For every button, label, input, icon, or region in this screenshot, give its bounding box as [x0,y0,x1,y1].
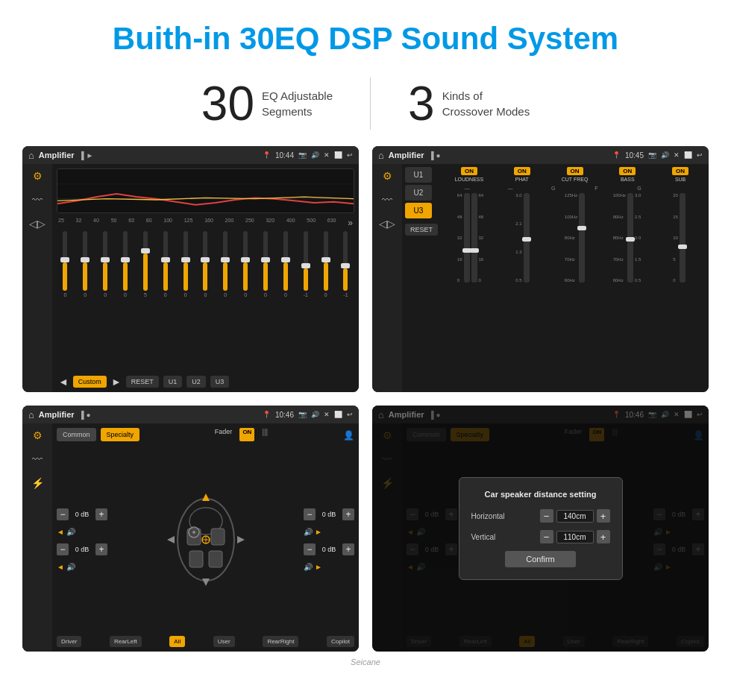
eq-slider-13: -1 [297,231,314,297]
channel-phat: ON PHAT [497,167,548,183]
distance-dialog: Car speaker distance setting Horizontal … [459,477,623,580]
app-title-2: Amplifier [389,151,424,160]
db-minus-fl[interactable]: − [57,508,69,520]
sidebar-eq-icon-2[interactable]: ⚙ [383,170,392,182]
stat-eq-label: EQ Adjustable Segments [262,88,333,119]
user-btn[interactable]: User [213,636,235,647]
u3-preset-btn[interactable]: U3 [405,203,432,218]
stats-row: 30 EQ Adjustable Segments 3 Kinds of Cro… [0,70,731,146]
volume-icon-3: 🔊 [311,411,319,418]
db-plus-fr[interactable]: + [342,508,354,520]
vertical-plus-btn[interactable]: + [597,530,610,543]
db-minus-fr[interactable]: − [304,508,316,520]
db-plus-rl[interactable]: + [95,543,107,555]
close-icon-2: ✕ [674,151,680,159]
db-minus-rl[interactable]: − [57,543,69,555]
svg-marker-12 [202,494,210,501]
loudness-slider: 644832160 644832160 [445,193,495,283]
eq-freq-labels: 25 32 40 50 63 80 100 125 160 200 250 32… [57,218,354,228]
home-icon-3[interactable] [28,409,34,420]
prev-btn[interactable]: ◄ [58,376,69,388]
horizontal-value: 140cm [556,510,594,523]
camera-icon-2: 📷 [648,151,656,159]
eq-bottom-bar: ◄ Custom ► RESET U1 U2 U3 [57,376,354,388]
camera-icon-3: 📷 [298,411,307,418]
eq-slider-12: 0 [277,231,294,297]
vertical-value: 110cm [556,531,594,543]
sidebar-eq-icon-3[interactable]: ⚙ [33,429,43,441]
status-bar-1: Amplifier ▐ ► 📍 10:44 📷 🔊 ✕ ⬜ ↩ [22,146,359,164]
time-1: 10:44 [275,151,294,160]
u3-btn-1[interactable]: U3 [210,376,230,388]
screen-dialog: Amplifier ▐ ● 📍 10:46 📷 🔊 ✕ ⬜ ↩ ⚙ 〰 ⚡ [372,406,709,652]
sidebar-wave-icon-3[interactable]: 〰 [32,453,43,465]
stat-eq: 30 EQ Adjustable Segments [164,80,370,127]
sidebar-wave-icon[interactable]: 〰 [32,194,43,206]
eq-slider-1: 0 [57,231,74,297]
speaker-icons-fr: 🔊 ► [304,528,354,536]
channels-area: ON LOUDNESS ON PHAT ON CUT FREQ ON [444,167,706,389]
driver-btn[interactable]: Driver [57,636,81,647]
db-plus-fl[interactable]: + [95,508,107,520]
eq-nav-arrow[interactable]: » [348,218,353,228]
horizontal-input-group: − 140cm + [540,509,610,523]
horizontal-label: Horizontal [471,512,516,520]
confirm-button[interactable]: Confirm [505,551,576,567]
svg-point-11 [192,531,195,534]
eq-slider-11: 0 [257,231,274,297]
db-plus-rr[interactable]: + [342,543,354,555]
db-minus-rr[interactable]: − [304,543,316,555]
db-val-rl: 0 dB [72,546,92,553]
eq-slider-9: 0 [217,231,234,297]
eq-slider-3: 0 [97,231,114,297]
volume-icon-2: 🔊 [661,151,669,159]
u1-btn-1[interactable]: U1 [163,376,183,388]
watermark: Seicane [0,658,731,666]
sidebar-eq-icon[interactable]: ⚙ [33,170,43,182]
home-icon-1[interactable] [28,150,34,161]
back-icon-3: ↩ [347,411,353,418]
sidebar-vol-icon[interactable]: ◁▷ [29,218,46,230]
app-title-3: Amplifier [39,410,75,419]
custom-btn[interactable]: Custom [73,376,107,388]
eq-main: 25 32 40 50 63 80 100 125 160 200 250 32… [52,164,359,392]
u2-btn-1[interactable]: U2 [186,376,206,388]
sidebar-vol-icon-2[interactable]: ◁▷ [379,218,395,230]
location-icon-2: 📍 [612,151,621,159]
stat-crossover: 3 Kinds of Crossover Modes [371,80,567,127]
user-icon-3[interactable] [343,428,354,441]
reset-btn-2[interactable]: RESET [405,224,438,236]
dialog-title: Car speaker distance setting [471,490,610,499]
svg-rect-0 [57,169,354,213]
copilot-btn[interactable]: Copilot [327,636,354,647]
reset-btn-1[interactable]: RESET [126,376,159,388]
svg-marker-13 [202,578,210,586]
status-bar-2: Amplifier ▐ ● 📍 10:45 📷 🔊 ✕ ⬜ ↩ [372,146,709,164]
u2-preset-btn[interactable]: U2 [405,185,432,201]
u1-preset-btn[interactable]: U1 [405,167,432,183]
speaker-icons-rr: 🔊 ► [304,563,354,571]
rearright-btn[interactable]: RearRight [263,636,298,647]
eq-slider-8: 0 [197,231,214,297]
home-icon-2[interactable] [378,150,384,161]
horizontal-minus-btn[interactable]: − [540,509,553,523]
channel-loudness: ON LOUDNESS [444,167,495,183]
rearleft-btn[interactable]: RearLeft [110,636,142,647]
db-row-fl: − 0 dB + [57,508,107,520]
vertical-input-group: − 110cm + [540,530,610,543]
camera-icon-1: 📷 [298,151,307,159]
vertical-minus-btn[interactable]: − [540,530,553,543]
horizontal-plus-btn[interactable]: + [597,509,610,523]
eq-slider-4: 0 [117,231,134,297]
dialog-overlay: Car speaker distance setting Horizontal … [372,406,709,652]
all-btn[interactable]: All [169,636,185,647]
volume-icon-1: 🔊 [311,151,319,159]
db-val-fr: 0 dB [319,511,339,518]
sidebar-bt-icon[interactable]: ⚡ [31,477,44,489]
common-tab-btn[interactable]: Common [57,428,96,441]
next-btn[interactable]: ► [111,376,122,388]
sidebar-wave-icon-2[interactable]: 〰 [382,194,392,206]
specialty-tab-btn[interactable]: Specialty [101,428,140,441]
stat-crossover-label: Kinds of Crossover Modes [442,88,530,119]
phat-slider: 3.02.11.30.5 [498,193,548,283]
